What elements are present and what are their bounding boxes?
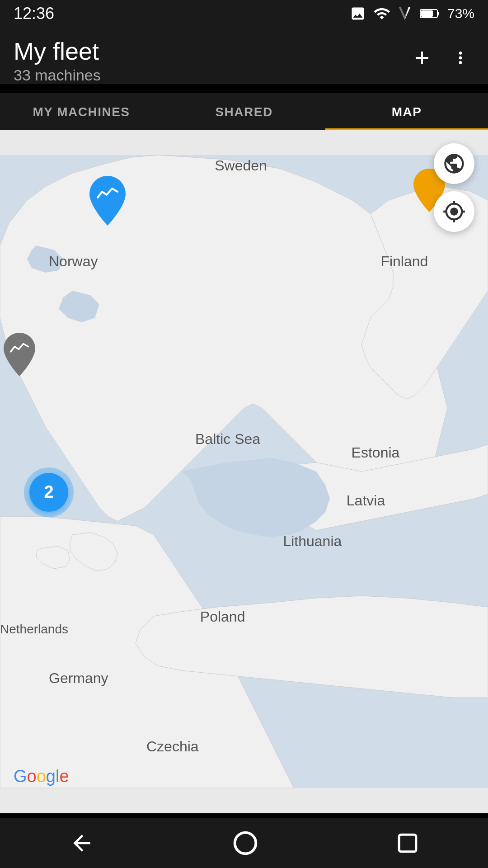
crosshair-button[interactable] [434,191,474,232]
tab-map[interactable]: MAP [325,93,488,130]
globe-icon [442,152,466,175]
battery-icon [420,7,440,20]
svg-rect-5 [399,835,416,852]
battery-percent: 73% [447,6,474,21]
tab-shared[interactable]: SHARED [163,93,325,130]
more-vertical-icon [451,48,470,67]
pin-gray[interactable] [4,333,35,376]
globe-button[interactable] [434,143,474,184]
signal-icon [398,6,413,21]
map-controls [434,143,474,232]
blue-pin-shape [89,176,126,226]
map-container[interactable]: Sweden Norway Finland Estonia Latvia Lit… [0,130,488,813]
cluster-count: 2 [29,473,68,512]
svg-point-4 [235,833,256,854]
app-header: My fleet 33 machines [0,27,488,84]
tab-bar: MY MACHINES SHARED MAP [0,93,488,130]
google-watermark: Google [14,767,69,786]
home-button[interactable] [226,824,264,862]
add-machine-button[interactable] [407,42,437,75]
wifi-icon [373,5,390,22]
machine-count: 33 machines [14,66,101,84]
google-text: Google [14,767,69,786]
tab-my-machines[interactable]: MY MACHINES [0,93,163,130]
add-icon [411,47,433,69]
back-icon [69,830,94,856]
more-options-button[interactable] [446,44,474,73]
recents-icon [396,832,419,854]
crosshair-icon [442,200,466,223]
status-bar: 12:36 73% [0,0,488,27]
status-icons: 73% [350,5,474,22]
header-title-block: My fleet 33 machines [14,38,101,84]
svg-rect-2 [421,10,433,17]
cluster-denmark[interactable]: 2 [24,467,74,517]
home-icon [233,830,258,856]
header-actions [407,38,474,75]
image-icon [350,5,366,22]
recents-button[interactable] [390,826,425,861]
svg-rect-1 [437,12,439,15]
navigation-bar [0,818,488,868]
page-title: My fleet [14,38,101,65]
gray-pin-shape [4,333,35,376]
back-button[interactable] [63,824,101,862]
pin-blue[interactable] [89,176,126,226]
cluster-outer: 2 [24,467,74,517]
status-time: 12:36 [14,4,54,23]
